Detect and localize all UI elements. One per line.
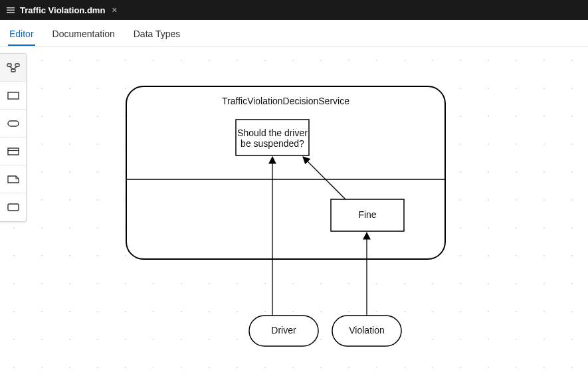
svg-rect-11 — [15, 64, 19, 66]
svg-rect-8 — [249, 316, 318, 346]
palette-decision-shape-icon[interactable] — [0, 82, 26, 110]
svg-rect-0 — [7, 7, 15, 9]
tab-documentation[interactable]: Documentation — [51, 22, 116, 46]
file-list-icon[interactable] — [5, 5, 16, 15]
svg-rect-15 — [8, 148, 19, 155]
svg-rect-17 — [8, 204, 19, 211]
svg-rect-9 — [332, 316, 401, 346]
file-title: Traffic Violation.dmn — [20, 5, 105, 15]
titlebar: Traffic Violation.dmn × — [0, 0, 588, 20]
tab-editor[interactable]: Editor — [8, 22, 35, 46]
decision-service-node[interactable]: TrafficViolationDecisionService — [126, 86, 445, 259]
close-file-button[interactable]: × — [112, 5, 117, 15]
shape-palette — [0, 53, 27, 222]
tab-data-types[interactable]: Data Types — [132, 22, 182, 46]
svg-rect-7 — [331, 199, 404, 231]
svg-rect-2 — [7, 12, 15, 13]
svg-rect-12 — [11, 69, 15, 72]
svg-rect-6 — [236, 120, 309, 155]
svg-rect-4 — [126, 86, 445, 259]
palette-dmn-diagram-icon[interactable] — [0, 54, 26, 82]
palette-text-annotation-shape-icon[interactable] — [0, 165, 26, 193]
palette-knowledge-source-shape-icon[interactable] — [0, 138, 26, 165]
decision-node-suspend[interactable]: Should the driver be suspended? — [236, 120, 309, 155]
svg-rect-14 — [8, 121, 19, 126]
workspace: TrafficViolationDecisionService Should t… — [0, 47, 588, 380]
palette-decision-service-shape-icon[interactable] — [0, 193, 26, 221]
palette-input-data-shape-icon[interactable] — [0, 110, 26, 138]
input-node-driver[interactable]: Driver — [249, 316, 318, 346]
decision-node-fine[interactable]: Fine — [331, 199, 404, 231]
diagram-canvas[interactable]: TrafficViolationDecisionService Should t… — [0, 47, 588, 380]
input-node-violation[interactable]: Violation — [332, 316, 401, 346]
svg-rect-1 — [7, 10, 15, 11]
svg-rect-13 — [8, 92, 19, 99]
tabstrip: Editor Documentation Data Types — [0, 20, 588, 47]
svg-rect-10 — [7, 64, 11, 66]
